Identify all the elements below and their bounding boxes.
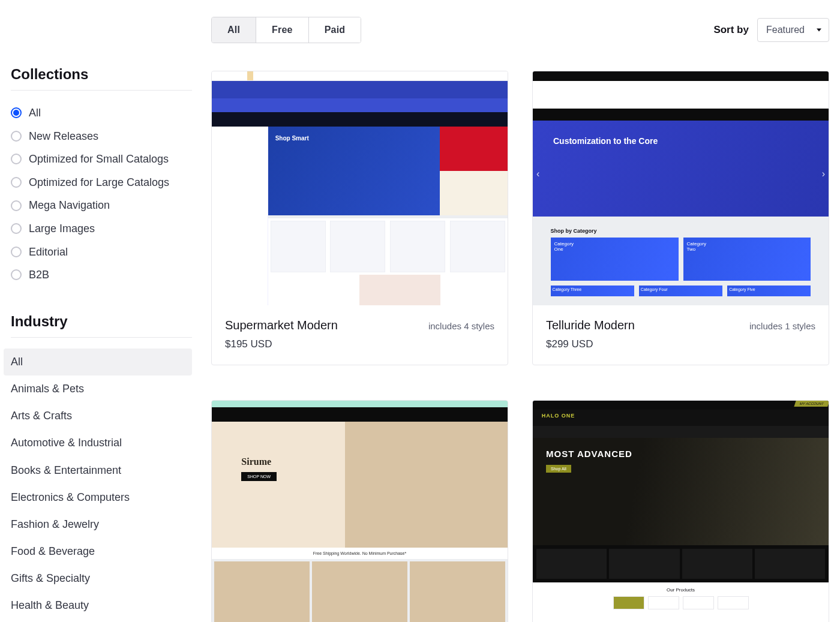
divider [11,90,192,91]
theme-card[interactable]: Customization to the Core ‹ › Shop by Ca… [532,71,829,365]
theme-styles: includes 1 styles [749,321,815,331]
chevron-left-icon: ‹ [536,169,539,179]
industry-option[interactable]: Automotive & Industrial [11,429,192,456]
industry-option[interactable]: Arts & Crafts [11,402,192,429]
industry-option[interactable]: Food & Beverage [11,538,192,565]
sidebar: Collections AllNew ReleasesOptimized for… [11,17,192,622]
industry-block: Industry AllAnimals & PetsArts & CraftsA… [11,313,192,620]
theme-grid: Shop Smart Supermarket Modern includes 4… [211,71,829,622]
collection-label: Mega Navigation [29,196,110,215]
theme-price: $195 USD [225,338,494,350]
theme-card[interactable]: SirumeSHOP NOW Free Shipping Worldwide. … [211,400,508,622]
price-filter-free[interactable]: Free [256,17,308,43]
price-filter-paid[interactable]: Paid [308,17,361,43]
collections-list: AllNew ReleasesOptimized for Small Catal… [11,101,192,287]
collection-option[interactable]: Optimized for Large Catalogs [11,171,192,194]
collection-option[interactable]: All [11,101,192,125]
chevron-down-icon [817,29,821,32]
theme-thumbnail: MY ACCOUNT HALO ONE MOST ADVANCEDShop Al… [532,400,829,622]
theme-meta: Telluride Modern includes 1 styles $299 … [533,305,829,365]
collection-option[interactable]: Large Images [11,217,192,241]
industry-option[interactable]: All [4,348,192,375]
industry-list: AllAnimals & PetsArts & CraftsAutomotive… [11,348,192,620]
industry-option[interactable]: Fashion & Jewelry [11,511,192,538]
collection-option[interactable]: Mega Navigation [11,194,192,217]
radio-icon [11,107,22,118]
collection-option[interactable]: Optimized for Small Catalogs [11,148,192,171]
industry-option[interactable]: Animals & Pets [11,375,192,402]
collection-label: B2B [29,266,49,284]
theme-thumbnail: SirumeSHOP NOW Free Shipping Worldwide. … [211,400,508,622]
collection-label: All [29,104,41,122]
industry-option[interactable]: Health & Beauty [11,592,192,619]
collection-label: New Releases [29,127,98,146]
collections-block: Collections AllNew ReleasesOptimized for… [11,66,192,287]
price-filter: AllFreePaid [211,17,361,43]
collection-option[interactable]: Editorial [11,241,192,264]
radio-icon [11,200,22,211]
theme-thumbnail: Shop Smart [212,71,508,305]
theme-meta: Supermarket Modern includes 4 styles $19… [212,305,508,365]
collection-option[interactable]: New Releases [11,125,192,148]
theme-card[interactable]: MY ACCOUNT HALO ONE MOST ADVANCEDShop Al… [532,400,829,622]
industry-title: Industry [11,313,192,330]
collection-label: Large Images [29,220,95,238]
radio-icon [11,177,22,188]
industry-option[interactable]: Gifts & Specialty [11,565,192,592]
main: AllFreePaid Sort by Featured Shop Smart [211,17,829,622]
collections-title: Collections [11,66,192,83]
radio-icon [11,154,22,164]
sort-wrap: Sort by Featured [713,18,829,42]
collection-label: Editorial [29,243,68,262]
radio-icon [11,131,22,142]
theme-card[interactable]: Shop Smart Supermarket Modern includes 4… [211,71,508,365]
chevron-right-icon: › [822,169,825,179]
radio-icon [11,223,22,234]
theme-title: Telluride Modern [546,318,635,332]
theme-thumbnail: Customization to the Core ‹ › Shop by Ca… [533,71,829,305]
collection-label: Optimized for Large Catalogs [29,173,169,192]
theme-price: $299 USD [546,338,815,350]
collection-label: Optimized for Small Catalogs [29,150,169,169]
sort-value: Featured [766,25,805,35]
divider [11,337,192,338]
theme-styles: includes 4 styles [428,321,494,331]
sort-select[interactable]: Featured [757,18,829,42]
topbar: AllFreePaid Sort by Featured [211,17,829,43]
radio-icon [11,247,22,257]
price-filter-all[interactable]: All [212,17,256,43]
radio-icon [11,269,22,280]
collection-option[interactable]: B2B [11,263,192,287]
industry-option[interactable]: Books & Entertainment [11,457,192,484]
theme-title: Supermarket Modern [225,318,338,332]
industry-option[interactable]: Electronics & Computers [11,484,192,511]
sort-label: Sort by [713,24,749,36]
